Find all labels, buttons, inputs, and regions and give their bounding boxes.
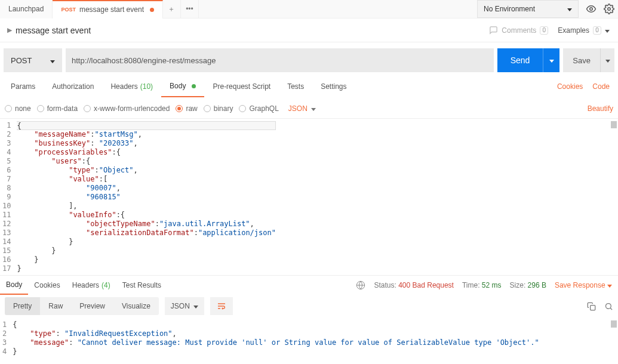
unsaved-dot-icon: [150, 8, 154, 12]
search-response-icon[interactable]: [604, 302, 613, 311]
chevron-down-icon: [605, 26, 610, 35]
request-title-row: ▶ message start event Comments 0 Example…: [0, 18, 618, 42]
request-url-row: POST http://localhost:8080/engine-rest/m…: [4, 48, 614, 72]
http-method-dropdown[interactable]: POST: [4, 48, 62, 72]
network-icon[interactable]: [356, 280, 365, 290]
tab-authorization[interactable]: Authorization: [44, 76, 102, 97]
save-button[interactable]: Save: [563, 48, 600, 72]
save-options-button[interactable]: [600, 48, 614, 72]
beautify-link[interactable]: Beautify: [588, 104, 613, 113]
code-link[interactable]: Code: [592, 82, 610, 91]
tab-settings[interactable]: Settings: [312, 76, 355, 97]
request-body-editor[interactable]: 1234567891011121314151617 { "messageName…: [0, 119, 618, 275]
chevron-down-icon: [567, 5, 572, 13]
body-graphql[interactable]: GraphQL: [239, 104, 278, 113]
scrollbar-icon[interactable]: [611, 121, 617, 128]
svg-point-4: [606, 303, 611, 309]
response-view-controls: Pretty Raw Preview Visualize JSON: [0, 294, 618, 318]
chevron-down-icon: [50, 56, 55, 65]
response-tab-tests[interactable]: Test Results: [116, 276, 167, 294]
body-binary[interactable]: binary: [204, 104, 233, 113]
response-body-editor[interactable]: 1234 { "type": "InvalidRequestException"…: [0, 318, 618, 357]
tab-prerequest[interactable]: Pre-request Script: [204, 76, 279, 97]
body-type-row: none form-data x-www-form-urlencoded raw…: [0, 98, 618, 119]
svg-rect-3: [591, 305, 595, 310]
breadcrumb-caret-icon[interactable]: ▶: [7, 26, 12, 34]
send-options-button[interactable]: [543, 48, 559, 72]
view-preview[interactable]: Preview: [71, 297, 113, 315]
svg-point-1: [608, 8, 611, 11]
tab-params[interactable]: Params: [2, 76, 44, 97]
copy-response-icon[interactable]: [587, 302, 596, 311]
env-quicklook-icon[interactable]: [582, 0, 600, 18]
tab-launchpad[interactable]: Launchpad: [0, 0, 53, 18]
body-form-data[interactable]: form-data: [37, 104, 78, 113]
tab-body[interactable]: Body: [161, 76, 204, 97]
response-lang-dropdown[interactable]: JSON: [165, 297, 204, 315]
comments-button[interactable]: Comments 0: [489, 26, 548, 35]
tab-bar: Launchpad POST message start event ＋ •••…: [0, 0, 618, 18]
tab-active-request[interactable]: POST message start event: [53, 0, 163, 18]
body-raw[interactable]: raw: [176, 104, 197, 113]
wrap-lines-toggle[interactable]: [210, 297, 233, 315]
body-urlencoded[interactable]: x-www-form-urlencoded: [84, 104, 170, 113]
view-raw[interactable]: Raw: [40, 297, 71, 315]
environment-selector[interactable]: No Environment: [477, 0, 579, 18]
status-value: 400 Bad Request: [398, 281, 454, 289]
send-button[interactable]: Send: [497, 48, 543, 72]
view-pretty[interactable]: Pretty: [5, 297, 40, 315]
new-tab-button[interactable]: ＋: [163, 0, 181, 18]
response-bar: Body Cookies Headers (4) Test Results St…: [0, 275, 618, 294]
chevron-down-icon: [311, 104, 316, 113]
url-input[interactable]: http://localhost:8080/engine-rest/messag…: [66, 48, 494, 72]
response-tab-cookies[interactable]: Cookies: [28, 276, 66, 294]
examples-button[interactable]: Examples 0: [558, 26, 610, 35]
size-value: 296 B: [528, 281, 546, 289]
response-tab-body[interactable]: Body: [0, 276, 28, 295]
scrollbar-icon[interactable]: [611, 320, 617, 328]
body-none[interactable]: none: [5, 104, 31, 113]
svg-point-0: [590, 8, 593, 11]
tab-more-button[interactable]: •••: [181, 0, 199, 18]
response-tab-headers[interactable]: Headers (4): [66, 276, 116, 294]
request-tabs: Params Authorization Headers (10) Body P…: [0, 75, 618, 98]
time-value: 52 ms: [482, 281, 502, 289]
view-visualize[interactable]: Visualize: [113, 297, 159, 315]
body-language-dropdown[interactable]: JSON: [285, 104, 319, 113]
tab-tests[interactable]: Tests: [279, 76, 312, 97]
request-title: message start event: [16, 26, 91, 35]
save-response-dropdown[interactable]: Save Response: [555, 281, 612, 289]
tab-headers[interactable]: Headers (10): [102, 76, 161, 97]
settings-icon[interactable]: [600, 0, 618, 18]
cookies-link[interactable]: Cookies: [557, 82, 583, 91]
